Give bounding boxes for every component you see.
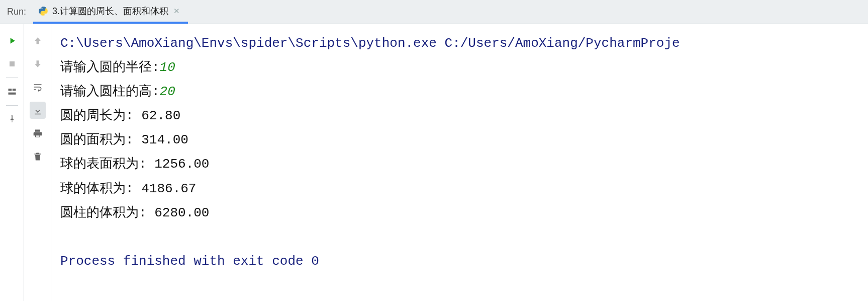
pin-button[interactable]	[4, 111, 20, 128]
cylinder-volume-value: 6280.00	[154, 205, 209, 220]
close-tab-icon[interactable]: ✕	[172, 7, 181, 16]
svg-rect-3	[8, 93, 16, 95]
input-height-value: 20	[160, 84, 175, 99]
stop-button[interactable]	[4, 55, 20, 72]
clear-all-button[interactable]	[30, 148, 46, 165]
up-stack-button[interactable]	[30, 32, 46, 49]
prompt-height: 请输入圆柱的高:	[60, 84, 160, 99]
svg-rect-2	[12, 89, 16, 91]
scroll-to-end-button[interactable]	[30, 102, 46, 119]
down-stack-button[interactable]	[30, 55, 46, 72]
circumference-label: 圆的周长为:	[60, 108, 141, 123]
console-actions-gutter	[24, 24, 51, 301]
run-actions-gutter	[0, 24, 24, 301]
sphere-volume-label: 球的体积为:	[60, 181, 141, 196]
layout-button[interactable]	[4, 83, 20, 100]
separator	[6, 78, 18, 78]
svg-rect-0	[10, 61, 15, 66]
exit-message: Process finished with exit code 0	[60, 254, 319, 269]
cylinder-volume-label: 圆柱的体积为:	[60, 205, 154, 220]
input-radius-value: 10	[160, 60, 175, 75]
soft-wrap-button[interactable]	[30, 79, 46, 96]
sphere-surface-value: 1256.00	[154, 157, 209, 172]
separator	[6, 105, 18, 106]
tab-title: 3.计算圆的周长、面积和体积	[52, 5, 168, 17]
print-button[interactable]	[30, 125, 46, 142]
area-label: 圆的面积为:	[60, 132, 141, 147]
svg-rect-1	[8, 89, 12, 91]
area-value: 314.00	[141, 132, 188, 147]
console-output[interactable]: C:\Users\AmoXiang\Envs\spider\Scripts\py…	[51, 24, 868, 301]
python-file-icon	[38, 6, 48, 16]
prompt-radius: 请输入圆的半径:	[60, 60, 160, 75]
run-config-tab[interactable]: 3.计算圆的周长、面积和体积 ✕	[33, 0, 188, 24]
sphere-volume-value: 4186.67	[141, 181, 196, 196]
sphere-surface-label: 球的表面积为:	[60, 157, 154, 172]
run-tool-label: Run:	[4, 7, 33, 17]
run-tool-header: Run: 3.计算圆的周长、面积和体积 ✕	[0, 0, 868, 24]
rerun-button[interactable]	[4, 32, 20, 49]
circumference-value: 62.80	[141, 108, 180, 123]
command-line: C:\Users\AmoXiang\Envs\spider\Scripts\py…	[60, 36, 680, 51]
